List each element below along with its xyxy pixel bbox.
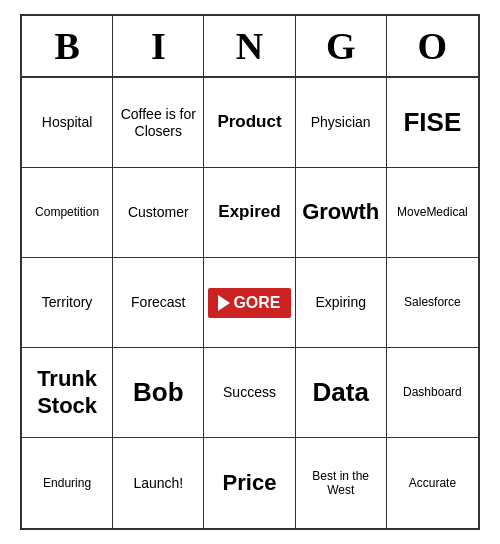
bingo-cell-text: Salesforce xyxy=(404,295,461,309)
bingo-cell: GORE xyxy=(204,258,295,348)
bingo-cell-text: Dashboard xyxy=(403,385,462,399)
bingo-cell: Growth xyxy=(296,168,387,258)
bingo-cell: Hospital xyxy=(22,78,113,168)
bingo-cell: Forecast xyxy=(113,258,204,348)
bingo-cell-text: Physician xyxy=(311,114,371,131)
bingo-cell: Price xyxy=(204,438,295,528)
gore-logo: GORE xyxy=(208,288,290,318)
bingo-cell: Product xyxy=(204,78,295,168)
bingo-cell: Success xyxy=(204,348,295,438)
bingo-cell-text: Trunk Stock xyxy=(26,366,108,419)
bingo-header-letter: I xyxy=(113,16,204,76)
bingo-cell-text: Price xyxy=(223,470,277,496)
bingo-header-letter: B xyxy=(22,16,113,76)
bingo-cell-text: Enduring xyxy=(43,476,91,490)
bingo-cell-text: Product xyxy=(217,112,281,132)
bingo-cell-text: Data xyxy=(313,377,369,408)
bingo-cell-text: Hospital xyxy=(42,114,93,131)
bingo-cell-text: Bob xyxy=(133,377,184,408)
bingo-cell: Dashboard xyxy=(387,348,478,438)
bingo-cell-text: Customer xyxy=(128,204,189,221)
bingo-cell-text: MoveMedical xyxy=(397,205,468,219)
bingo-cell: MoveMedical xyxy=(387,168,478,258)
bingo-cell: Data xyxy=(296,348,387,438)
bingo-cell: Best in the West xyxy=(296,438,387,528)
bingo-cell: Competition xyxy=(22,168,113,258)
bingo-cell: Coffee is for Closers xyxy=(113,78,204,168)
bingo-grid: HospitalCoffee is for ClosersProductPhys… xyxy=(22,78,478,528)
bingo-cell-text: Coffee is for Closers xyxy=(117,106,199,140)
bingo-header-letter: O xyxy=(387,16,478,76)
bingo-cell-text: Expiring xyxy=(315,294,366,311)
bingo-cell: Enduring xyxy=(22,438,113,528)
bingo-cell-text: Best in the West xyxy=(300,469,382,498)
bingo-cell-text: Growth xyxy=(302,199,379,225)
bingo-cell: FISE xyxy=(387,78,478,168)
bingo-cell: Physician xyxy=(296,78,387,168)
bingo-cell-text: Expired xyxy=(218,202,280,222)
bingo-cell: Bob xyxy=(113,348,204,438)
bingo-card: BINGO HospitalCoffee is for ClosersProdu… xyxy=(20,14,480,530)
bingo-cell-text: Accurate xyxy=(409,476,456,490)
bingo-cell-text: Success xyxy=(223,384,276,401)
gore-arrow-icon xyxy=(218,295,230,311)
bingo-header: BINGO xyxy=(22,16,478,78)
bingo-cell-text: Launch! xyxy=(133,475,183,492)
bingo-cell: Launch! xyxy=(113,438,204,528)
bingo-cell: Trunk Stock xyxy=(22,348,113,438)
bingo-cell-text: Competition xyxy=(35,205,99,219)
bingo-cell-text: Forecast xyxy=(131,294,185,311)
bingo-cell-text: FISE xyxy=(403,107,461,138)
bingo-cell-text: Territory xyxy=(42,294,93,311)
bingo-cell: Expired xyxy=(204,168,295,258)
bingo-cell: Territory xyxy=(22,258,113,348)
bingo-cell: Accurate xyxy=(387,438,478,528)
bingo-cell: Customer xyxy=(113,168,204,258)
bingo-cell: Salesforce xyxy=(387,258,478,348)
bingo-header-letter: N xyxy=(204,16,295,76)
gore-text: GORE xyxy=(233,294,280,312)
bingo-header-letter: G xyxy=(296,16,387,76)
bingo-cell: Expiring xyxy=(296,258,387,348)
